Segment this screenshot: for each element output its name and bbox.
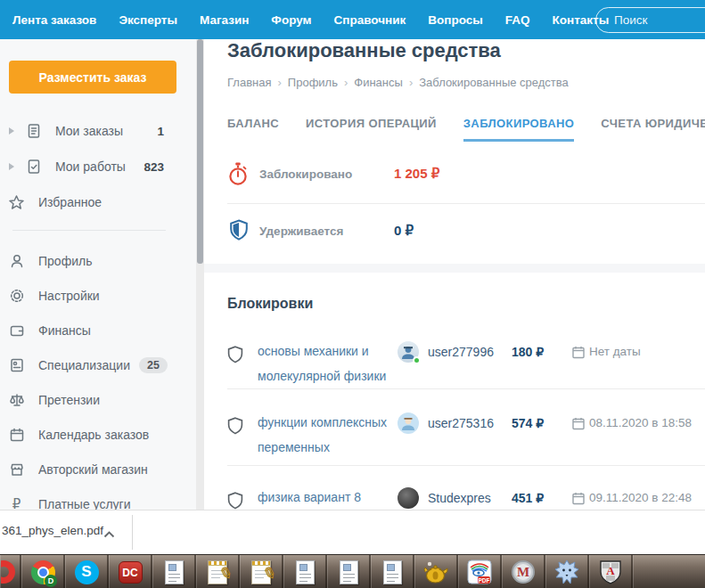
chevron-right-icon[interactable] <box>9 163 14 170</box>
nav-item-reference[interactable]: Справочник <box>334 13 406 27</box>
avatar[interactable] <box>398 487 419 509</box>
shield-icon <box>229 219 249 245</box>
block-date: 09.11.2020 в 22:48 <box>589 491 692 504</box>
block-date: 08.11.2020 в 18:58 <box>589 416 692 429</box>
gear-icon <box>8 287 25 304</box>
username-link[interactable]: user277996 <box>428 345 494 359</box>
id-card-icon <box>8 356 25 373</box>
calendar-icon <box>572 492 585 509</box>
summary-row-held: Удерживается 0 ₽ <box>204 219 705 246</box>
search-input[interactable] <box>614 8 705 31</box>
breadcrumb-finances[interactable]: Финансы <box>354 76 403 89</box>
calendar-icon <box>572 346 585 363</box>
taskbar-double-commander-icon[interactable]: DC <box>109 555 152 588</box>
finance-tabs: БАЛАНС ИСТОРИЯ ОПЕРАЦИЙ ЗАБЛОКИРОВАНО СЧ… <box>227 117 705 142</box>
calendar-icon <box>572 417 585 434</box>
sidebar-item-label: Мои работы <box>55 159 126 174</box>
document-icon <box>25 123 42 140</box>
calendar-icon <box>8 426 25 443</box>
nav-item-forum[interactable]: Форум <box>271 13 311 27</box>
scrollbar-thumb[interactable] <box>197 39 203 264</box>
my-orders-count: 1 <box>157 125 164 138</box>
taskbar-document-icon[interactable] <box>327 555 371 588</box>
divider <box>227 465 705 466</box>
taskbar-notepad-icon[interactable]: ✎ <box>196 555 240 588</box>
sidebar-item-label: Платные услуги <box>38 497 131 510</box>
search-box <box>595 7 705 33</box>
sidebar-item-specializations[interactable]: Специализации 25 <box>0 347 196 382</box>
chrome-dev-badge: D <box>45 575 57 587</box>
taskbar-opera-icon[interactable] <box>0 555 21 588</box>
taskbar-skype-icon[interactable]: S <box>65 555 109 588</box>
taskbar-m-medallion-icon[interactable]: M <box>502 555 545 588</box>
breadcrumb-separator: › <box>409 76 413 89</box>
taskbar-document-icon[interactable] <box>152 555 196 588</box>
blocked-label: Заблокировано <box>259 167 352 181</box>
nav-item-shop[interactable]: Магазин <box>200 13 249 27</box>
taskbar-gear-wolf-icon[interactable] <box>545 555 589 588</box>
tab-blocked[interactable]: ЗАБЛОКИРОВАНО <box>463 117 575 142</box>
username-link[interactable]: Studexpres <box>428 491 491 505</box>
stopwatch-icon <box>227 162 249 190</box>
breadcrumb-separator: › <box>277 76 281 89</box>
taskbar-document-icon[interactable] <box>283 555 327 588</box>
sidebar: Разместить заказ Мои заказы 1 Мои работы… <box>0 39 196 510</box>
taskbar-chrome-icon[interactable]: D <box>21 555 65 588</box>
shop-icon <box>8 461 25 478</box>
breadcrumb: Главная›Профиль›Финансы›Заблокированные … <box>227 76 569 89</box>
breadcrumb-home[interactable]: Главная <box>227 76 271 89</box>
chevron-right-icon[interactable] <box>9 127 14 135</box>
sidebar-item-label: Настройки <box>38 289 100 303</box>
sidebar-item-label: Профиль <box>38 254 92 268</box>
tab-balance[interactable]: БАЛАНС <box>227 117 279 142</box>
downloaded-file[interactable]: 361_phys_elen.pdf <box>2 524 103 537</box>
sidebar-item-paid-services[interactable]: ₽ Платные услуги <box>0 486 196 510</box>
chevron-up-icon[interactable] <box>103 526 115 542</box>
taskbar-teapot-icon[interactable] <box>414 555 458 588</box>
nav-item-faq[interactable]: FAQ <box>505 13 530 27</box>
sidebar-item-my-orders[interactable]: Мои заказы 1 <box>0 113 196 149</box>
block-title-link[interactable]: физика вариант 8 <box>258 485 418 510</box>
block-amount: 451 ₽ <box>512 491 544 505</box>
scrollbar-track[interactable] <box>196 39 204 510</box>
sidebar-item-profile[interactable]: Профиль <box>0 243 196 278</box>
taskbar-pdf-viewer-icon[interactable]: PDF <box>458 555 502 588</box>
block-title-link[interactable]: основы механики и молекулярной физики <box>258 339 418 388</box>
tab-legal-accounts[interactable]: СЧЕТА ЮРИДИЧЕСКИХ Л <box>601 117 705 142</box>
taskbar-shield-a-icon[interactable]: A <box>589 555 633 588</box>
post-order-button[interactable]: Разместить заказ <box>9 61 176 94</box>
shield-outline-icon <box>227 417 243 438</box>
nav-item-orders-feed[interactable]: Лента заказов <box>12 13 96 27</box>
sidebar-item-claims[interactable]: Претензии <box>0 382 196 417</box>
breadcrumb-profile[interactable]: Профиль <box>288 76 338 89</box>
screen: Лента заказов Эксперты Магазин Форум Спр… <box>0 0 705 588</box>
taskbar-notepad-icon[interactable]: ✎ <box>240 555 283 588</box>
block-title-link[interactable]: функции комплексных переменных <box>258 410 418 460</box>
nav-item-questions[interactable]: Вопросы <box>428 13 483 27</box>
sidebar-item-label: Мои заказы <box>55 124 123 138</box>
nav-item-experts[interactable]: Эксперты <box>119 13 177 27</box>
sidebar-item-author-shop[interactable]: Авторский магазин <box>0 452 196 486</box>
tab-operations-history[interactable]: ИСТОРИЯ ОПЕРАЦИЙ <box>306 117 437 142</box>
sidebar-item-label: Претензии <box>38 393 100 407</box>
sidebar-item-favorites[interactable]: Избранное <box>0 184 196 220</box>
svg-text:PDF: PDF <box>479 577 490 584</box>
sidebar-divider <box>12 230 166 231</box>
sidebar-menu: Мои заказы 1 Мои работы 823 Избранное <box>0 113 196 510</box>
sidebar-item-label: Календарь заказов <box>38 428 149 442</box>
ruble-icon: ₽ <box>8 495 25 510</box>
avatar[interactable] <box>398 341 419 363</box>
avatar[interactable] <box>398 412 419 434</box>
taskbar-document-icon[interactable] <box>371 555 414 588</box>
sidebar-item-settings[interactable]: Настройки <box>0 278 196 313</box>
username-link[interactable]: user275316 <box>428 416 494 430</box>
top-navigation: Лента заказов Эксперты Магазин Форум Спр… <box>0 0 705 39</box>
wallet-icon <box>8 322 25 339</box>
sidebar-item-finances[interactable]: Финансы <box>0 313 196 347</box>
sidebar-item-my-works[interactable]: Мои работы 823 <box>0 149 196 184</box>
sidebar-item-orders-calendar[interactable]: Календарь заказов <box>0 417 196 452</box>
block-date: Нет даты <box>589 345 641 358</box>
document-check-icon <box>25 159 42 176</box>
block-amount: 574 ₽ <box>512 416 544 430</box>
svg-text:A: A <box>606 564 615 577</box>
